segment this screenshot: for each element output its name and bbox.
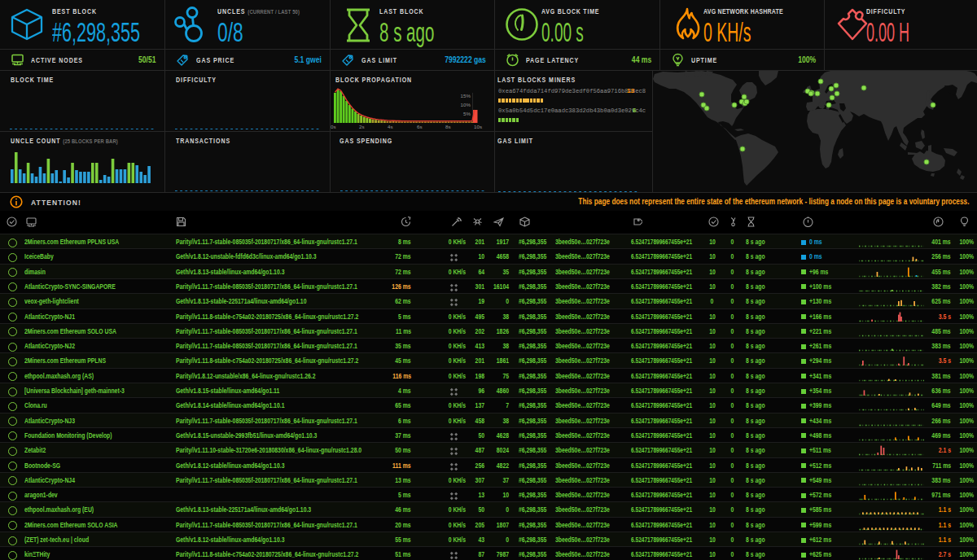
svg-text:15%: 15%: [461, 93, 471, 98]
svg-text:6s: 6s: [417, 124, 423, 129]
svg-text:10%: 10%: [461, 102, 471, 107]
svg-text:4s: 4s: [388, 124, 393, 129]
svg-text:5%: 5%: [463, 111, 471, 116]
svg-text:10s: 10s: [474, 124, 482, 129]
svg-text:2s: 2s: [359, 124, 365, 129]
svg-text:0s: 0s: [331, 124, 336, 129]
svg-text:8s: 8s: [445, 124, 451, 129]
